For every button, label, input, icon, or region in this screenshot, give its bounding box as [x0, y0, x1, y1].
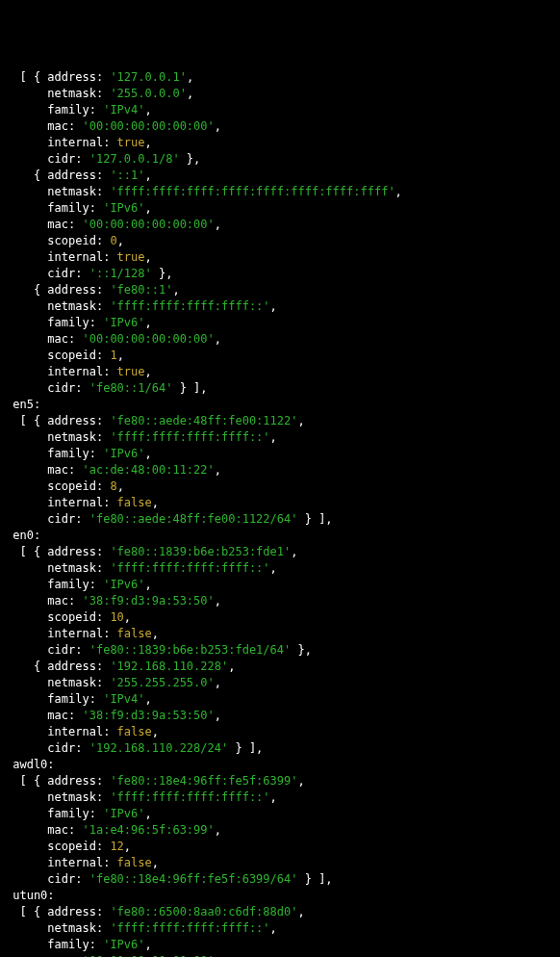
terminal-output: [ { address: '127.0.0.1', netmask: '255.…	[6, 69, 554, 957]
